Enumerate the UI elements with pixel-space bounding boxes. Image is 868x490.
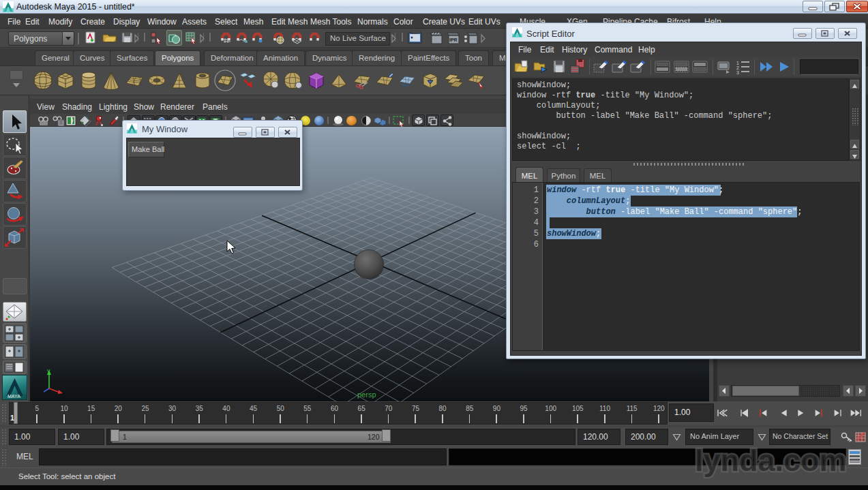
svg-text:MAYA: MAYA [8,394,20,399]
svg-text:y: y [47,367,50,374]
svg-text:IPR: IPR [449,37,458,42]
svg-text:2: 2 [736,65,739,70]
svg-text:3: 3 [736,70,739,74]
svg-text:1: 1 [736,61,739,65]
